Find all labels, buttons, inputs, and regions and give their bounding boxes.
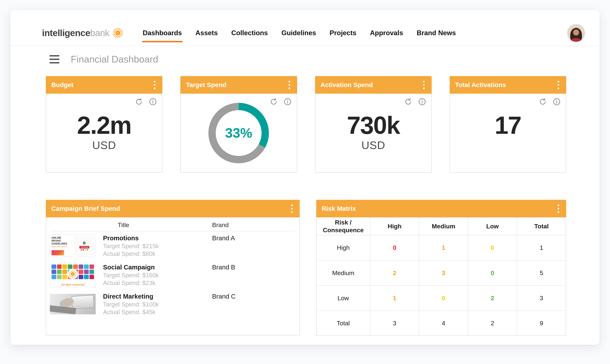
campaign-brand: Brand B [212,263,235,272]
activation-spend-card-header: Activation Spend [315,76,432,94]
card-title: Total Activations [455,81,506,89]
risk-row-low: Low 1 0 2 3 [317,286,566,311]
campaign-target-spend: Target Spend: $100k [103,300,159,308]
info-icon[interactable] [149,98,157,106]
risk-row-label: Low [317,286,370,311]
risk-cell: 1 [419,235,468,260]
risk-row-medium: Medium 2 3 0 5 [317,260,566,285]
thumbnail-caption: Get More Connected [50,283,95,286]
budget-card-header: Budget [46,76,162,94]
budget-card-body: 2.2m USD [46,94,162,173]
campaign-brief-spend-body: Title Brand ONLINE BRAND GUIDELINES BEST… [46,217,300,335]
card-title: Campaign Brief Spend [51,205,120,212]
campaign-name: Social Campaign [103,263,159,272]
card-title: Target Spend [186,81,226,89]
campaign-row-promotions[interactable]: ONLINE BRAND GUIDELINES BEST PRACTICES B… [46,231,299,260]
thumbnail-brand-logo: B [83,241,86,245]
kebab-menu-icon[interactable] [556,203,561,215]
column-header-brand: Brand [212,221,229,229]
sun-logo-icon [68,269,78,279]
kebab-menu-icon[interactable] [287,79,292,91]
kebab-menu-icon[interactable] [556,79,561,91]
campaign-row-direct-marketing[interactable]: Direct Marketing Target Spend: $100k Act… [46,290,299,319]
risk-row-label: Total [317,311,370,335]
user-avatar[interactable] [567,24,585,42]
risk-cell: 9 [517,311,566,335]
kebab-menu-icon[interactable] [422,79,426,91]
risk-col-header: Medium [419,217,468,235]
column-header-title: Title [118,221,129,229]
kebab-menu-icon[interactable] [290,203,294,215]
risk-header-row: Risk / Consequence High Medium Low Total [317,217,566,235]
bottom-row: Campaign Brief Spend Title Brand ONLINE … [46,200,566,335]
budget-card: Budget 2.2m USD [46,76,162,173]
total-activations-card: Total Activations 17 [450,76,566,173]
app-window: intelligencebank [11,10,599,345]
activation-spend-card: Activation Spend 730k USD [315,76,432,173]
kpi-row: Budget 2.2m USD [46,76,566,173]
activation-spend-value: 730k [347,113,400,138]
main-nav: Dashboards Assets Collections Guidelines… [143,29,456,37]
campaign-brief-spend-header: Campaign Brief Spend [46,200,300,217]
risk-row-label: Medium [317,260,370,285]
budget-value: 2.2m [77,113,131,138]
target-spend-donut-chart: 33% [208,103,269,163]
campaign-actual-spend: Actual Spend: $80k [103,250,159,258]
total-activations-value: 17 [495,113,521,138]
risk-cell: 1 [517,235,566,260]
campaign-actual-spend: Actual Spend: $23k [103,279,159,287]
risk-cell: 3 [370,311,419,335]
risk-col-header: Risk / Consequence [317,217,370,235]
widget-icons [270,98,292,106]
risk-cell: 2 [468,286,517,311]
risk-cell: 3 [517,286,566,311]
kebab-menu-icon[interactable] [152,79,157,91]
risk-cell: 0 [468,260,517,285]
campaign-row-social-campaign[interactable]: Get More Connected Social Campaign Targe… [46,260,299,290]
refresh-icon[interactable] [135,98,143,106]
card-title: Budget [51,81,74,89]
nav-item-dashboards[interactable]: Dashboards [143,29,182,37]
campaign-target-spend: Target Spend: $215k [103,242,159,250]
campaign-brand: Brand A [212,234,235,242]
page-title: Financial Dashboard [71,54,158,65]
menu-icon[interactable] [50,54,59,65]
risk-matrix-header: Risk Matrix [316,200,566,217]
risk-matrix-body: Risk / Consequence High Medium Low Total… [316,217,566,336]
card-title: Risk Matrix [322,205,356,212]
campaign-brief-spend-card: Campaign Brief Spend Title Brand ONLINE … [46,200,300,335]
widget-icons [404,98,426,106]
risk-row-label: High [317,235,370,260]
nav-item-projects[interactable]: Projects [330,29,356,37]
nav-item-assets[interactable]: Assets [195,29,218,37]
activation-spend-card-body: 730k USD [315,94,432,173]
activation-spend-unit: USD [362,139,385,154]
target-spend-card-body: 33% [180,94,297,173]
nav-item-approvals[interactable]: Approvals [370,29,403,37]
refresh-icon[interactable] [270,98,278,106]
nav-item-brand-news[interactable]: Brand News [417,29,456,37]
nav-item-guidelines[interactable]: Guidelines [281,29,316,37]
risk-cell: 1 [370,286,419,311]
info-icon[interactable] [418,98,426,106]
total-activations-card-header: Total Activations [450,76,566,94]
intelligencebank-logo[interactable]: intelligencebank [42,27,124,39]
budget-unit: USD [92,139,116,154]
sun-logo-icon [112,27,124,39]
risk-cell: 0 [419,286,468,311]
risk-cell: 2 [468,311,517,335]
info-icon[interactable] [553,98,561,106]
widget-icons [135,98,157,106]
risk-col-header: Low [468,217,517,235]
risk-matrix-table: Risk / Consequence High Medium Low Total… [317,217,566,335]
top-navigation: intelligencebank [11,10,599,46]
info-icon[interactable] [284,98,292,106]
campaign-table-header: Title Brand [50,220,295,231]
refresh-icon[interactable] [539,98,547,106]
risk-col-header: High [370,217,419,235]
campaign-name: Direct Marketing [103,292,159,300]
refresh-icon[interactable] [404,98,412,106]
nav-item-collections[interactable]: Collections [231,29,268,37]
risk-cell: 0 [468,235,517,260]
campaign-name: Promotions [103,234,159,242]
